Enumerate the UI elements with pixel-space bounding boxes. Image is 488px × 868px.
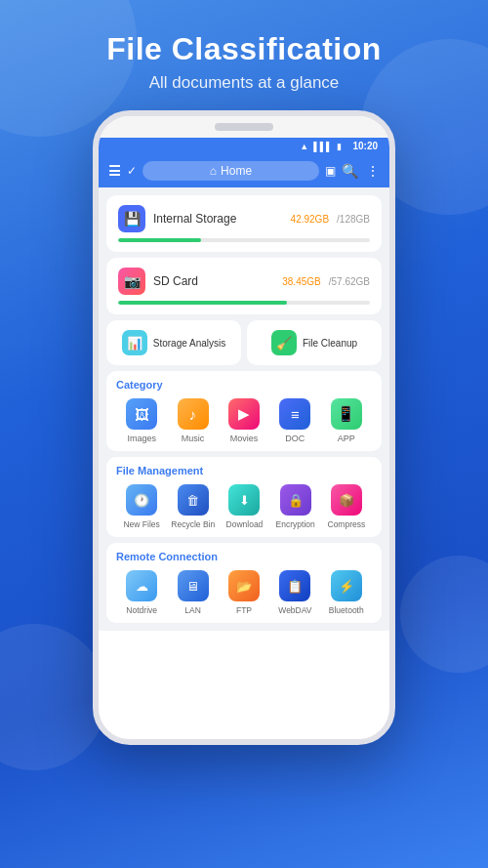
file-cleanup-icon: 🧹 (271, 330, 297, 355)
app-bar-actions: 🔍 ⋮ (342, 163, 380, 179)
encryption-label: Encryption (276, 519, 315, 529)
category-section: Category 🖼 Images ♪ Music ▶ Movies (106, 371, 382, 451)
movies-icon: ▶ (228, 398, 260, 430)
phone-notch (215, 123, 273, 131)
file-management-title: File Management (116, 465, 372, 476)
ftp-label: FTP (236, 605, 252, 615)
category-title: Category (116, 379, 372, 391)
recycle-bin-icon: 🗑 (178, 484, 209, 516)
main-subtitle: All documents at a glance (106, 73, 382, 93)
ftp-item[interactable]: 📂 FTP (223, 570, 265, 615)
home-button[interactable]: ⌂ Home (142, 161, 319, 181)
encryption-item[interactable]: 🔒 Encryption (274, 484, 317, 529)
wifi-icon: ▲ (300, 142, 308, 151)
edit-icon[interactable]: ▣ (325, 164, 336, 178)
images-icon: 🖼 (126, 398, 157, 430)
more-icon[interactable]: ⋮ (366, 163, 380, 179)
internal-storage-card[interactable]: 💾 Internal Storage 42.92GB /128GB (106, 195, 382, 252)
phone-mockup: ▲ ▌▌▌ ▮ 10:20 ☰ ✓ ⌂ Home ▣ 🔍 ⋮ 💾 (93, 110, 395, 745)
category-images[interactable]: 🖼 Images (120, 398, 163, 443)
music-icon: ♪ (178, 398, 209, 430)
sd-card-name: SD Card (153, 274, 274, 288)
notdrive-label: Notdrive (126, 605, 157, 615)
download-label: Download (226, 519, 264, 529)
internal-storage-name: Internal Storage (153, 212, 283, 226)
header-section: File Classification All documents at a g… (106, 0, 382, 93)
internal-storage-header: 💾 Internal Storage 42.92GB /128GB (118, 205, 370, 232)
sd-progress-bg (118, 301, 370, 305)
music-label: Music (182, 434, 205, 443)
sd-card-icon: 📷 (118, 268, 145, 295)
encryption-icon: 🔒 (280, 484, 311, 516)
battery-icon: ▮ (337, 142, 342, 151)
notdrive-icon: ☁ (126, 570, 157, 601)
new-files-label: New Files (123, 519, 159, 529)
compress-label: Compress (328, 519, 366, 529)
remote-grid: ☁ Notdrive 🖥 LAN 📂 FTP 📋 WebDAV (116, 570, 372, 615)
home-label: Home (221, 164, 252, 178)
category-app[interactable]: 📱 APP (325, 398, 368, 443)
file-cleanup-btn[interactable]: 🧹 File Cleanup (247, 320, 382, 365)
search-icon[interactable]: 🔍 (342, 163, 358, 179)
movies-label: Movies (230, 434, 259, 443)
internal-storage-total: /128GB (337, 214, 370, 225)
webdav-label: WebDAV (278, 605, 311, 615)
internal-progress-fill (118, 238, 201, 242)
notdrive-item[interactable]: ☁ Notdrive (120, 570, 163, 615)
storage-analysis-icon: 📊 (122, 330, 147, 355)
download-item[interactable]: ⬇ Download (223, 484, 265, 529)
app-label: APP (338, 434, 355, 443)
new-files-item[interactable]: 🕐 New Files (120, 484, 163, 529)
bluetooth-label: Bluetooth (329, 605, 364, 615)
webdav-item[interactable]: 📋 WebDAV (273, 570, 316, 615)
lan-item[interactable]: 🖥 LAN (172, 570, 215, 615)
new-files-icon: 🕐 (126, 484, 157, 516)
recycle-bin-item[interactable]: 🗑 Recycle Bin (171, 484, 215, 529)
category-doc[interactable]: ≡ DOC (273, 398, 316, 443)
category-movies[interactable]: ▶ Movies (223, 398, 265, 443)
phone-top-bar (99, 116, 389, 138)
app-icon: 📱 (331, 398, 362, 430)
file-management-grid: 🕐 New Files 🗑 Recycle Bin ⬇ Download 🔒 E… (116, 484, 372, 529)
file-cleanup-label: File Cleanup (303, 338, 357, 349)
webdav-icon: 📋 (279, 570, 310, 601)
status-bar: ▲ ▌▌▌ ▮ 10:20 (99, 138, 389, 154)
remote-connection-title: Remote Connection (116, 551, 372, 562)
main-title: File Classification (106, 31, 382, 67)
sd-card-total: /57.62GB (329, 276, 370, 287)
lan-label: LAN (184, 605, 201, 615)
category-grid: 🖼 Images ♪ Music ▶ Movies ≡ DOC (116, 398, 372, 443)
compress-icon: 📦 (331, 484, 362, 516)
file-management-section: File Management 🕐 New Files 🗑 Recycle Bi… (106, 457, 382, 537)
download-icon: ⬇ (228, 484, 260, 516)
lan-icon: 🖥 (178, 570, 209, 601)
remote-connection-section: Remote Connection ☁ Notdrive 🖥 LAN 📂 FTP (106, 543, 382, 623)
bluetooth-item[interactable]: ⚡ Bluetooth (325, 570, 368, 615)
sd-progress-fill (118, 301, 287, 305)
menu-icon[interactable]: ☰ (108, 163, 121, 179)
quick-actions: 📊 Storage Analysis 🧹 File Cleanup (106, 320, 382, 365)
internal-storage-icon: 💾 (118, 205, 145, 232)
ftp-icon: 📂 (228, 570, 260, 601)
status-time: 10:20 (352, 141, 378, 151)
check-icon[interactable]: ✓ (127, 164, 137, 178)
home-icon: ⌂ (210, 164, 217, 178)
bluetooth-icon: ⚡ (331, 570, 362, 601)
sd-card-card[interactable]: 📷 SD Card 38.45GB /57.62GB (106, 258, 382, 314)
storage-analysis-label: Storage Analysis (153, 338, 226, 349)
internal-progress-bg (118, 238, 370, 242)
compress-item[interactable]: 📦 Compress (325, 484, 368, 529)
recycle-bin-label: Recycle Bin (171, 519, 215, 529)
internal-storage-used: 42.92GB (291, 214, 329, 225)
app-bar: ☰ ✓ ⌂ Home ▣ 🔍 ⋮ (99, 154, 389, 187)
storage-analysis-btn[interactable]: 📊 Storage Analysis (106, 320, 241, 365)
phone-body: ▲ ▌▌▌ ▮ 10:20 ☰ ✓ ⌂ Home ▣ 🔍 ⋮ 💾 (93, 110, 395, 745)
signal-icon: ▌▌▌ (313, 142, 332, 151)
app-content: 💾 Internal Storage 42.92GB /128GB 📷 SD C… (99, 187, 389, 631)
sd-card-used: 38.45GB (282, 276, 320, 287)
sd-card-header: 📷 SD Card 38.45GB /57.62GB (118, 268, 370, 295)
doc-icon: ≡ (279, 398, 310, 430)
doc-label: DOC (285, 434, 305, 443)
images-label: Images (127, 434, 156, 443)
category-music[interactable]: ♪ Music (172, 398, 215, 443)
